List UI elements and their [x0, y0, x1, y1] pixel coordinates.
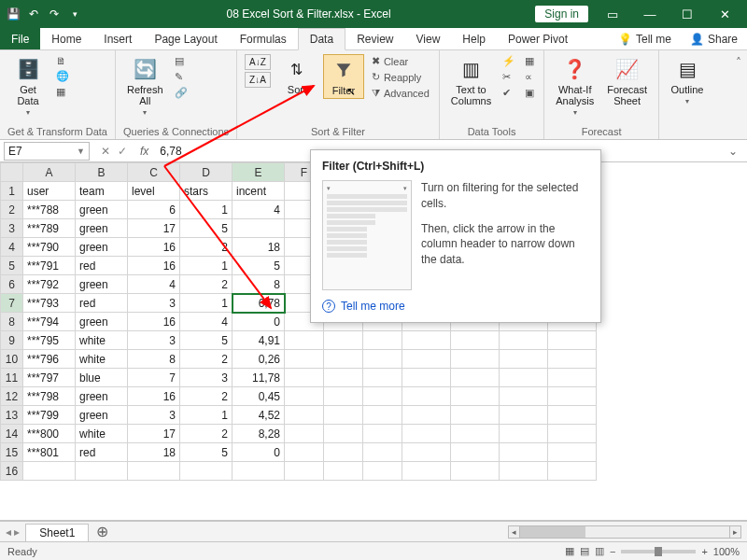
row-header[interactable]: 1: [1, 182, 23, 201]
cell[interactable]: [451, 350, 500, 369]
from-web-icon[interactable]: 🌐: [54, 69, 71, 83]
cell[interactable]: [363, 425, 402, 443]
cell[interactable]: ***788: [23, 201, 76, 219]
cell[interactable]: 17: [128, 219, 180, 238]
maximize-icon[interactable]: ☐: [670, 1, 704, 27]
cell[interactable]: 0,26: [233, 350, 285, 369]
cell[interactable]: ***790: [23, 238, 76, 257]
cell[interactable]: green: [76, 313, 128, 331]
name-box-dropdown-icon[interactable]: ▼: [77, 147, 85, 156]
cell[interactable]: ***792: [23, 275, 76, 294]
cell[interactable]: [324, 369, 363, 387]
cell[interactable]: [451, 406, 500, 425]
page-break-view-icon[interactable]: ▥: [595, 545, 604, 557]
cell[interactable]: [548, 462, 597, 481]
cell[interactable]: 16: [128, 238, 180, 257]
cell[interactable]: ***791: [23, 257, 76, 275]
sign-in-button[interactable]: Sign in: [535, 6, 588, 22]
cell[interactable]: 17: [128, 425, 180, 443]
relationships-icon[interactable]: ∝: [523, 70, 536, 84]
cell[interactable]: level: [128, 182, 180, 201]
tab-data[interactable]: Data: [298, 28, 345, 50]
tab-help[interactable]: Help: [451, 28, 497, 49]
cell[interactable]: 2: [180, 425, 233, 443]
cell[interactable]: 5: [180, 443, 233, 462]
cell[interactable]: 8: [233, 275, 285, 294]
cell[interactable]: [180, 462, 233, 481]
scroll-left-icon[interactable]: ◂: [509, 526, 520, 538]
zoom-control[interactable]: − + 100%: [610, 546, 740, 557]
cell[interactable]: 4: [233, 201, 285, 219]
get-data-button[interactable]: 🗄️ Get Data ▾: [7, 54, 49, 119]
cell[interactable]: 3: [180, 369, 233, 387]
cell[interactable]: 2: [180, 387, 233, 406]
tab-power-pivot[interactable]: Power Pivot: [497, 28, 579, 49]
fx-icon[interactable]: fx: [134, 145, 154, 158]
row-header[interactable]: 5: [1, 257, 23, 275]
cell[interactable]: green: [76, 238, 128, 257]
column-header[interactable]: B: [76, 163, 128, 182]
cell[interactable]: ***800: [23, 425, 76, 443]
sheet-nav[interactable]: ◂ ▸: [0, 525, 25, 539]
cell[interactable]: 3: [128, 294, 180, 313]
cell[interactable]: 5: [233, 257, 285, 275]
cell[interactable]: [451, 387, 500, 406]
tab-view[interactable]: View: [405, 28, 452, 49]
tab-review[interactable]: Review: [345, 28, 404, 49]
cell[interactable]: [363, 369, 402, 387]
cell[interactable]: red: [76, 443, 128, 462]
cell[interactable]: [402, 369, 451, 387]
cell[interactable]: [233, 219, 285, 238]
edit-links-icon[interactable]: 🔗: [173, 86, 190, 100]
cell[interactable]: green: [76, 219, 128, 238]
cell[interactable]: [500, 350, 548, 369]
cell[interactable]: [500, 331, 548, 350]
cell[interactable]: 1: [180, 257, 233, 275]
row-header[interactable]: 9: [1, 331, 23, 350]
cell[interactable]: white: [76, 425, 128, 443]
cell[interactable]: [402, 406, 451, 425]
sort-desc-button[interactable]: Z↓A: [245, 72, 271, 88]
cell[interactable]: ***797: [23, 369, 76, 387]
cell[interactable]: 8,28: [233, 425, 285, 443]
cell[interactable]: ***795: [23, 331, 76, 350]
cell[interactable]: 2: [180, 275, 233, 294]
row-header[interactable]: 3: [1, 219, 23, 238]
undo-icon[interactable]: ↶: [26, 7, 41, 21]
cell[interactable]: 3: [128, 406, 180, 425]
cell[interactable]: 8: [128, 350, 180, 369]
cell[interactable]: 18: [128, 443, 180, 462]
cell[interactable]: [548, 406, 597, 425]
data-model-icon[interactable]: ▣: [523, 86, 536, 100]
cell[interactable]: [500, 443, 548, 462]
row-header[interactable]: 7: [1, 294, 23, 313]
cell[interactable]: green: [76, 275, 128, 294]
cell[interactable]: 18: [233, 238, 285, 257]
cell[interactable]: [324, 425, 363, 443]
cell[interactable]: 5: [180, 219, 233, 238]
cell[interactable]: 4,52: [233, 406, 285, 425]
cell[interactable]: 7: [128, 369, 180, 387]
qat-more-icon[interactable]: ▾: [67, 7, 82, 21]
zoom-out-icon[interactable]: −: [610, 546, 615, 557]
cell[interactable]: [451, 462, 500, 481]
cell[interactable]: 6: [128, 201, 180, 219]
row-header[interactable]: 12: [1, 387, 23, 406]
cell[interactable]: 4: [128, 275, 180, 294]
forecast-sheet-button[interactable]: 📈 Forecast Sheet: [603, 54, 651, 108]
cell[interactable]: [285, 331, 324, 350]
cell[interactable]: green: [76, 406, 128, 425]
row-header[interactable]: 11: [1, 369, 23, 387]
cell[interactable]: ***796: [23, 350, 76, 369]
cell[interactable]: [363, 406, 402, 425]
cell[interactable]: green: [76, 201, 128, 219]
cell[interactable]: [500, 387, 548, 406]
cell[interactable]: [451, 443, 500, 462]
select-all-corner[interactable]: [1, 163, 23, 182]
cell[interactable]: 0: [233, 313, 285, 331]
cell[interactable]: white: [76, 350, 128, 369]
cell[interactable]: [548, 443, 597, 462]
cell[interactable]: [285, 462, 324, 481]
cell[interactable]: 1: [180, 294, 233, 313]
cell[interactable]: [548, 425, 597, 443]
